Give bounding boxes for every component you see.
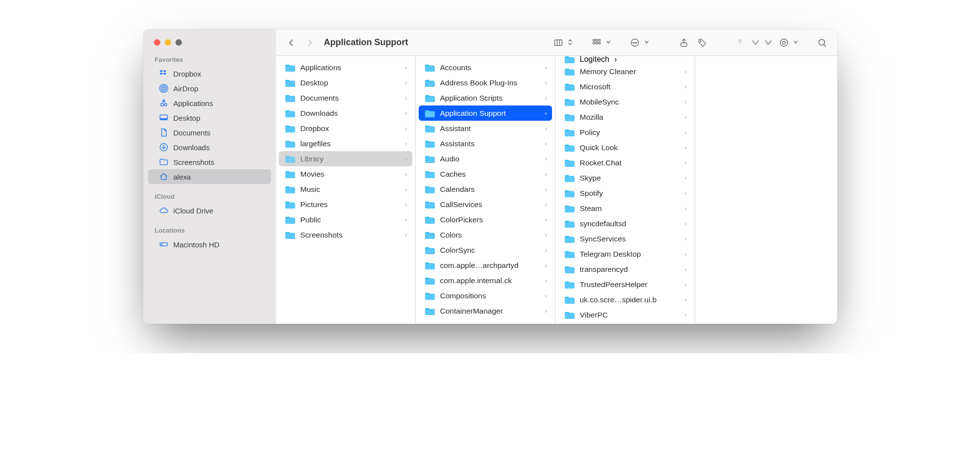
folder-row[interactable]: Assistants›	[419, 136, 552, 151]
folder-row[interactable]: Documents›	[279, 90, 412, 106]
folder-row[interactable]: Mozilla›	[558, 109, 692, 125]
sidebar-item-icloud-drive[interactable]: iCloud Drive	[148, 203, 271, 218]
folder-row[interactable]: Policy›	[558, 125, 692, 140]
folder-name: Quick Look	[580, 143, 680, 152]
folder-row[interactable]: Screenshots›	[279, 227, 412, 242]
folder-row[interactable]: Quick Look›	[558, 140, 692, 155]
folder-row[interactable]: ColorPickers›	[419, 212, 552, 227]
traffic-lights	[143, 29, 276, 47]
dropdown-1[interactable]	[751, 35, 760, 50]
folder-row[interactable]: Downloads›	[279, 106, 412, 121]
folder-name: Skype	[580, 174, 680, 183]
folder-name: Public	[301, 215, 401, 224]
svg-rect-11	[593, 39, 595, 41]
chevron-down-icon	[606, 40, 611, 45]
sidebar-item-label: Macintosh HD	[174, 240, 220, 249]
folder-row[interactable]: Music›	[279, 182, 412, 197]
folder-row[interactable]: Public›	[279, 212, 412, 227]
folder-row[interactable]: Skype›	[558, 170, 692, 185]
folder-row[interactable]: com.apple.internal.ck›	[419, 273, 552, 288]
folder-row[interactable]: MobileSync›	[558, 94, 692, 109]
folder-row[interactable]: Applications›	[279, 60, 412, 75]
folder-row[interactable]: Accounts›	[419, 60, 552, 75]
folder-row[interactable]: uk.co.scre…spider.ui.b›	[558, 292, 692, 307]
sidebar-item-label: AirDrop	[174, 84, 199, 93]
svg-point-7	[161, 244, 162, 245]
group-by-button[interactable]	[589, 35, 611, 50]
folder-row[interactable]: Colors›	[419, 227, 552, 242]
help-button[interactable]	[732, 35, 747, 50]
sidebar-item-dropbox[interactable]: Dropbox	[148, 66, 271, 81]
column-3	[695, 56, 835, 324]
chevron-right-icon: ›	[684, 266, 686, 272]
sidebar-item-desktop[interactable]: Desktop	[148, 110, 271, 125]
sidebar-item-applications[interactable]: Applications	[148, 96, 271, 110]
folder-row[interactable]: Audio›	[419, 151, 552, 166]
folder-row[interactable]: Dropbox›	[279, 121, 412, 136]
folder-row[interactable]: ColorSync›	[419, 242, 552, 258]
folder-name: largefiles	[301, 139, 401, 148]
folder-name: ColorSync	[440, 246, 540, 255]
folder-row[interactable]: com.apple…archpartyd›	[419, 258, 552, 273]
folder-name: Pictures	[301, 200, 401, 209]
folder-name: Accounts	[440, 63, 540, 72]
folder-name: Telegram Desktop	[580, 250, 680, 259]
actions-button[interactable]	[628, 35, 649, 50]
folder-row[interactable]: Compositions›	[419, 288, 552, 303]
folder-row[interactable]: TrustedPeersHelper›	[558, 277, 692, 292]
back-button[interactable]	[284, 35, 299, 50]
folder-row[interactable]: Pictures›	[279, 197, 412, 212]
folder-row[interactable]: Spotify›	[558, 185, 692, 201]
folder-row[interactable]: Memory Cleaner›	[558, 64, 692, 79]
sidebar-item-label: alexa	[174, 173, 191, 181]
forward-button[interactable]	[302, 35, 317, 50]
svg-point-1	[161, 86, 166, 91]
share-button[interactable]	[677, 35, 691, 50]
folder-row[interactable]: ContainerManager›	[419, 303, 552, 318]
sidebar-item-macintosh-hd[interactable]: Macintosh HD	[148, 237, 271, 252]
zoom-window-button[interactable]	[176, 39, 182, 46]
sidebar-item-downloads[interactable]: Downloads	[148, 140, 271, 155]
folder-row[interactable]: Calendars›	[419, 182, 552, 197]
dropdown-2[interactable]	[764, 35, 773, 50]
folder-row[interactable]: Caches›	[419, 166, 552, 182]
folder-row[interactable]: Application Support›	[419, 106, 552, 121]
chevron-right-icon: ›	[684, 205, 686, 212]
sidebar-item-airdrop[interactable]: AirDrop	[148, 81, 271, 96]
folder-row[interactable]: largefiles›	[279, 136, 412, 151]
chevron-right-icon: ›	[545, 262, 547, 268]
folder-name: Music	[301, 185, 401, 194]
window-title: Application Support	[324, 37, 408, 48]
folder-row-partial[interactable]: Logitech›	[558, 56, 692, 64]
view-mode-button[interactable]	[551, 35, 573, 50]
preview-button[interactable]	[777, 35, 798, 50]
folder-row[interactable]: transparencyd›	[558, 262, 692, 277]
chevron-right-icon: ›	[405, 140, 407, 147]
folder-row[interactable]: Application Scripts›	[419, 90, 552, 106]
folder-name: Colors	[440, 231, 540, 239]
minimize-window-button[interactable]	[165, 39, 171, 46]
apps-icon	[159, 98, 169, 108]
folder-row[interactable]: syncdefaultsd›	[558, 216, 692, 231]
chevron-right-icon: ›	[545, 277, 547, 284]
folder-row[interactable]: Rocket.Chat›	[558, 155, 692, 170]
folder-row[interactable]: Desktop›	[279, 75, 412, 90]
folder-row[interactable]: ViberPC›	[558, 307, 692, 322]
close-window-button[interactable]	[154, 39, 160, 46]
sidebar-item-alexa[interactable]: alexa	[148, 169, 271, 184]
folder-row[interactable]: Telegram Desktop›	[558, 246, 692, 262]
sidebar-item-screenshots[interactable]: Screenshots	[148, 155, 271, 169]
folder-row[interactable]: Movies›	[279, 166, 412, 182]
folder-row[interactable]: Microsoft›	[558, 79, 692, 94]
folder-row[interactable]: Assistant›	[419, 121, 552, 136]
folder-row[interactable]: Steam›	[558, 201, 692, 216]
tags-button[interactable]	[695, 35, 710, 50]
search-button[interactable]	[815, 35, 829, 50]
folder-row[interactable]: SyncServices›	[558, 231, 692, 246]
sidebar-item-documents[interactable]: Documents	[148, 125, 271, 140]
svg-rect-13	[599, 39, 600, 41]
folder-row[interactable]: Address Book Plug-Ins›	[419, 75, 552, 90]
ellipsis-circle-icon	[628, 35, 642, 50]
folder-row[interactable]: Library›	[279, 151, 412, 166]
folder-row[interactable]: CallServices›	[419, 197, 552, 212]
